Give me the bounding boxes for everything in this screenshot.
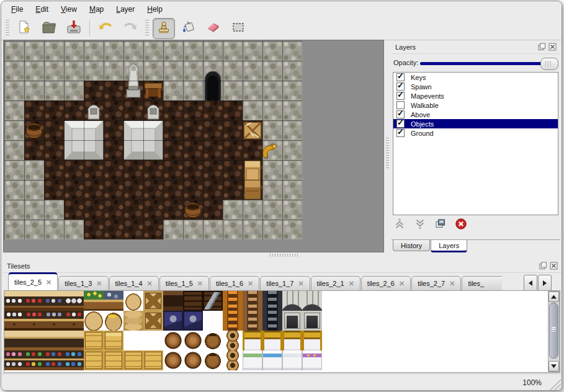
tile-shelf-blue-bot[interactable] xyxy=(64,350,84,370)
tile-barrel[interactable] xyxy=(203,350,223,370)
tab-close-icon[interactable]: ✕ xyxy=(197,280,203,288)
menu-layer[interactable]: Layer xyxy=(110,3,141,16)
tile-barrels[interactable] xyxy=(183,331,203,350)
tab-close-icon[interactable]: ✕ xyxy=(46,278,51,287)
menu-edit[interactable]: Edit xyxy=(29,3,55,16)
layer-row-spawn[interactable]: ✓Spawn xyxy=(393,82,558,91)
open-file-button[interactable] xyxy=(38,18,60,39)
scroll-right-icon[interactable] xyxy=(538,275,552,292)
tile-bed-head[interactable] xyxy=(282,331,302,350)
tile-sack[interactable] xyxy=(123,291,143,311)
tile-shelf-pink-bot[interactable] xyxy=(4,350,24,370)
tile-navy-crate[interactable] xyxy=(183,311,203,331)
tile-ladder-brown[interactable] xyxy=(243,291,262,311)
move-up-button[interactable] xyxy=(393,218,406,231)
tab-close-icon[interactable]: ✕ xyxy=(399,280,405,288)
layer-list[interactable]: ✓Keys✓Spawn✓MapeventsWalkable✓Above✓Obje… xyxy=(393,72,558,215)
tileset-canvas[interactable] xyxy=(4,290,560,373)
tile-pots[interactable] xyxy=(223,350,243,370)
scrollbar-thumb[interactable] xyxy=(549,303,558,359)
layer-visibility-checkbox[interactable]: ✓ xyxy=(396,92,405,100)
tile-crate[interactable] xyxy=(84,350,104,370)
move-down-button[interactable] xyxy=(413,218,427,231)
tile-stone-door[interactable] xyxy=(302,311,322,331)
tab-close-icon[interactable]: ✕ xyxy=(449,280,455,288)
scroll-up-icon[interactable] xyxy=(548,292,559,302)
new-file-button[interactable] xyxy=(13,18,35,39)
tile-bed-green[interactable] xyxy=(243,350,262,370)
tab-close-icon[interactable]: ✕ xyxy=(147,280,153,288)
menu-view[interactable]: View xyxy=(55,3,83,16)
tile-barrel[interactable] xyxy=(203,331,223,350)
tile-crate[interactable] xyxy=(84,331,104,350)
tile-sack-big[interactable] xyxy=(84,311,104,331)
rect-select-tool-button[interactable] xyxy=(227,18,249,39)
tile-shelf-plain-top[interactable] xyxy=(44,331,64,350)
tile-bed-head[interactable] xyxy=(262,331,282,350)
resize-grip[interactable] xyxy=(547,376,561,390)
tile-bed-blue[interactable] xyxy=(262,350,282,370)
dock-tab-layers[interactable]: Layers xyxy=(431,240,467,252)
opacity-slider-track[interactable] xyxy=(420,62,553,65)
tile-stone-door[interactable] xyxy=(282,311,302,331)
map-canvas[interactable] xyxy=(4,41,302,239)
tile-ladder-orange[interactable] xyxy=(223,311,243,331)
map-viewport[interactable] xyxy=(3,40,384,252)
tile-crate-x[interactable] xyxy=(143,311,163,331)
layer-row-walkable[interactable]: Walkable xyxy=(393,100,558,110)
undo-button[interactable] xyxy=(94,18,117,39)
tab-close-icon[interactable]: ✕ xyxy=(298,280,303,288)
tile-ladder-brown[interactable] xyxy=(243,311,262,331)
opacity-slider-handle[interactable] xyxy=(540,58,558,70)
tile-shelf-red-mid[interactable] xyxy=(24,311,44,331)
fill-tool-button[interactable] xyxy=(177,18,200,39)
tile-dark-metal[interactable] xyxy=(203,291,223,311)
tile-barrels[interactable] xyxy=(183,350,203,370)
tile-shelf-plain-top[interactable] xyxy=(64,331,84,350)
dock-tab-history[interactable]: History xyxy=(393,240,430,251)
float-icon[interactable] xyxy=(539,261,547,269)
menu-file[interactable]: File xyxy=(5,3,29,16)
tile-fish-crate[interactable] xyxy=(104,291,123,311)
close-icon[interactable] xyxy=(548,42,557,50)
tile-sack-open[interactable] xyxy=(104,311,123,331)
menu-help[interactable]: Help xyxy=(141,3,169,16)
tile-ladder-dark[interactable] xyxy=(262,311,282,331)
tab-close-icon[interactable]: ✕ xyxy=(349,280,354,288)
tile-shelf-blue-mid[interactable] xyxy=(44,311,64,331)
tileset-scrollbar[interactable] xyxy=(548,291,560,372)
layer-row-above[interactable]: ✓Above xyxy=(393,110,558,119)
tile-crate-x[interactable] xyxy=(143,291,163,311)
tile-crate-bot[interactable] xyxy=(104,350,123,370)
horizontal-splitter[interactable] xyxy=(3,251,383,259)
tile-arch[interactable] xyxy=(282,291,302,311)
tile-shelf-jars-top[interactable] xyxy=(64,291,84,311)
tile-dark-crate[interactable] xyxy=(183,291,203,311)
tileset-tab-tiles_2_1[interactable]: tiles_2_1✕ xyxy=(311,276,360,291)
tile-crate-top[interactable] xyxy=(104,331,123,350)
tab-close-icon[interactable]: ✕ xyxy=(96,280,102,288)
tile-crate[interactable] xyxy=(123,350,143,370)
tile-shelf-dishes-top[interactable] xyxy=(4,291,24,311)
tile-shelf-redblue-bot[interactable] xyxy=(44,350,64,370)
scroll-down-icon[interactable] xyxy=(548,361,559,372)
tile-shelf-jars-mid[interactable] xyxy=(64,311,84,331)
tileset-tab-tiles_1_6[interactable]: tiles_1_6✕ xyxy=(210,276,259,291)
layer-visibility-checkbox[interactable]: ✓ xyxy=(396,129,405,137)
tile-bed-head[interactable] xyxy=(302,331,322,350)
tile-shelf-plain-top[interactable] xyxy=(24,331,44,350)
duplicate-button[interactable] xyxy=(434,218,447,231)
tile-shelf-blue-top[interactable] xyxy=(44,291,64,311)
tile-bed-purple[interactable] xyxy=(302,350,322,370)
tile-ladder-dark[interactable] xyxy=(262,291,282,311)
tile-navy-crate[interactable] xyxy=(163,311,183,331)
tile-shelf-red-top[interactable] xyxy=(24,291,44,311)
layer-row-mapevents[interactable]: ✓Mapevents xyxy=(393,91,558,100)
save-file-button[interactable] xyxy=(63,18,85,39)
tile-barrels[interactable] xyxy=(163,350,183,370)
tileset-tab-tiles_1_5[interactable]: tiles_1_5✕ xyxy=(159,276,209,291)
tile-ladder-orange[interactable] xyxy=(223,291,243,311)
tileset-tab-tiles_2_5[interactable]: tiles_2_5✕ xyxy=(8,272,58,291)
layer-row-keys[interactable]: ✓Keys xyxy=(393,73,558,82)
scroll-left-icon[interactable] xyxy=(524,275,537,292)
